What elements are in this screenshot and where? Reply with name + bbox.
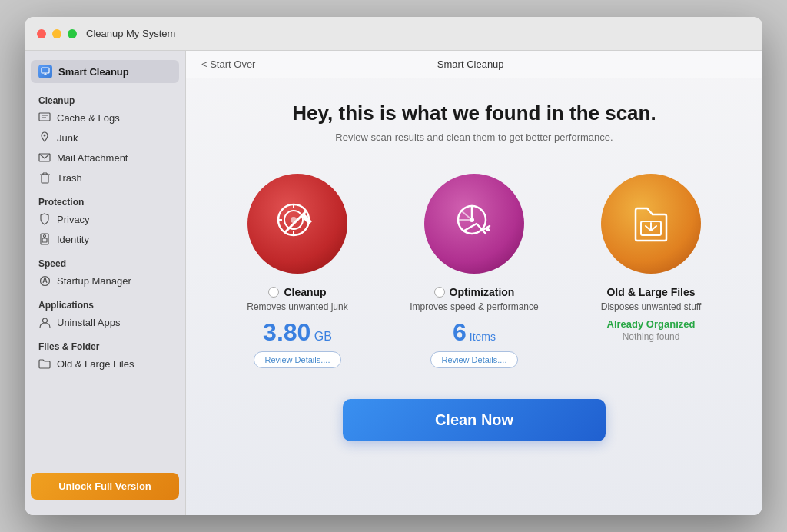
- optimization-card-value: 6 Items: [453, 318, 496, 347]
- main-content: < Start Over Smart Cleanup Hey, this is …: [186, 51, 762, 515]
- cleanup-card-value: 3.80 GB: [263, 318, 332, 347]
- uninstall-icon: [38, 316, 51, 328]
- startup-manager-label: Startup Manager: [57, 275, 131, 287]
- svg-rect-0: [42, 68, 49, 73]
- oldfiles-card-desc: Disposes unwanted stuff: [601, 301, 702, 312]
- app-window: Cleanup My System Smart Cleanup Cleanup: [25, 17, 762, 515]
- old-large-icon: [38, 357, 51, 370]
- titlebar: Cleanup My System: [25, 17, 762, 51]
- optimization-icon-circle: [424, 174, 524, 274]
- sidebar-item-trash[interactable]: Trash: [31, 168, 179, 188]
- optimization-card: Optimization Improves speed & performanc…: [397, 174, 551, 368]
- clean-now-button[interactable]: Clean Now: [343, 399, 606, 441]
- sidebar-item-startup-manager[interactable]: Startup Manager: [31, 271, 179, 291]
- cleanup-section-label: Cleanup: [31, 91, 179, 108]
- already-organized-status: Already Organized: [607, 318, 696, 330]
- page-subheadline: Review scan results and clean them to ge…: [335, 131, 613, 143]
- cache-logs-label: Cache & Logs: [57, 112, 120, 124]
- trash-icon: [38, 171, 51, 184]
- sidebar: Smart Cleanup Cleanup Cache & Logs: [25, 51, 186, 515]
- optimization-card-title: Optimization: [450, 286, 515, 298]
- speed-section-label: Speed: [31, 254, 179, 271]
- svg-rect-14: [42, 238, 47, 242]
- svg-point-18: [42, 318, 47, 323]
- optimization-card-desc: Improves speed & performance: [410, 301, 538, 312]
- junk-icon: [38, 131, 51, 144]
- smart-cleanup-icon: [38, 65, 52, 78]
- oldfiles-card: Old & Large Files Disposes unwanted stuf…: [574, 174, 728, 368]
- files-folder-section-label: Files & Folder: [31, 337, 179, 354]
- mail-icon: [38, 151, 51, 164]
- unlock-full-version-button[interactable]: Unlock Full Version: [31, 473, 179, 500]
- trash-label: Trash: [57, 172, 82, 184]
- cleanup-card-title: Cleanup: [284, 286, 326, 298]
- sidebar-item-cache-logs[interactable]: Cache & Logs: [31, 108, 179, 128]
- nothing-found-text: Nothing found: [623, 331, 680, 342]
- privacy-label: Privacy: [57, 214, 90, 225]
- cache-icon: [38, 111, 51, 124]
- back-button[interactable]: < Start Over: [201, 58, 255, 70]
- oldfiles-card-title: Old & Large Files: [606, 286, 695, 298]
- cleanup-radio[interactable]: [268, 287, 279, 298]
- page-headline: Hey, this is what we found in the scan.: [292, 101, 656, 125]
- mail-attachment-label: Mail Attachment: [57, 152, 128, 164]
- cards-row: Cleanup Removes unwanted junk 3.80 GB Re…: [221, 174, 728, 368]
- oldfiles-icon-circle: [601, 174, 701, 274]
- optimization-review-button[interactable]: Review Details....: [430, 351, 519, 368]
- cleanup-card-header: Cleanup: [268, 286, 326, 298]
- svg-point-21: [291, 217, 297, 223]
- nav-bar: < Start Over Smart Cleanup: [186, 51, 762, 78]
- content-area: Hey, this is what we found in the scan. …: [186, 78, 762, 515]
- old-large-files-label: Old & Large Files: [57, 358, 134, 370]
- sidebar-item-junk[interactable]: Junk: [31, 128, 179, 148]
- close-button[interactable]: [37, 29, 46, 38]
- nav-title: Smart Cleanup: [255, 58, 686, 70]
- sidebar-item-privacy[interactable]: Privacy: [31, 209, 179, 229]
- sidebar-item-uninstall-apps[interactable]: Uninstall Apps: [31, 312, 179, 332]
- maximize-button[interactable]: [68, 29, 77, 38]
- sidebar-item-identity[interactable]: Identity: [31, 229, 179, 249]
- cleanup-icon-circle: [247, 174, 347, 274]
- applications-section-label: Applications: [31, 295, 179, 312]
- optimization-radio[interactable]: [434, 287, 445, 298]
- cleanup-card: Cleanup Removes unwanted junk 3.80 GB Re…: [221, 174, 374, 368]
- identity-label: Identity: [57, 234, 89, 245]
- window-title: Cleanup My System: [86, 28, 175, 39]
- svg-point-6: [44, 135, 46, 137]
- svg-rect-8: [42, 175, 48, 183]
- svg-rect-3: [39, 113, 50, 121]
- svg-point-15: [44, 235, 46, 238]
- optimization-card-header: Optimization: [434, 286, 515, 298]
- identity-icon: [38, 233, 51, 245]
- cleanup-review-button[interactable]: Review Details....: [254, 351, 342, 368]
- body-area: Smart Cleanup Cleanup Cache & Logs: [25, 51, 762, 515]
- sidebar-bottom: Unlock Full Version: [31, 467, 179, 506]
- uninstall-apps-label: Uninstall Apps: [57, 317, 120, 328]
- sidebar-item-old-large-files[interactable]: Old & Large Files: [31, 354, 179, 374]
- cleanup-card-desc: Removes unwanted junk: [247, 301, 347, 312]
- sidebar-item-mail-attachment[interactable]: Mail Attachment: [31, 148, 179, 168]
- junk-label: Junk: [57, 132, 78, 144]
- smart-cleanup-label: Smart Cleanup: [58, 66, 129, 78]
- svg-point-23: [470, 218, 474, 222]
- startup-icon: [38, 274, 51, 287]
- protection-section-label: Protection: [31, 192, 179, 209]
- traffic-lights: [37, 29, 77, 38]
- privacy-icon: [38, 213, 51, 225]
- oldfiles-card-header: Old & Large Files: [606, 286, 695, 298]
- sidebar-item-smart-cleanup[interactable]: Smart Cleanup: [31, 60, 179, 83]
- minimize-button[interactable]: [52, 29, 61, 38]
